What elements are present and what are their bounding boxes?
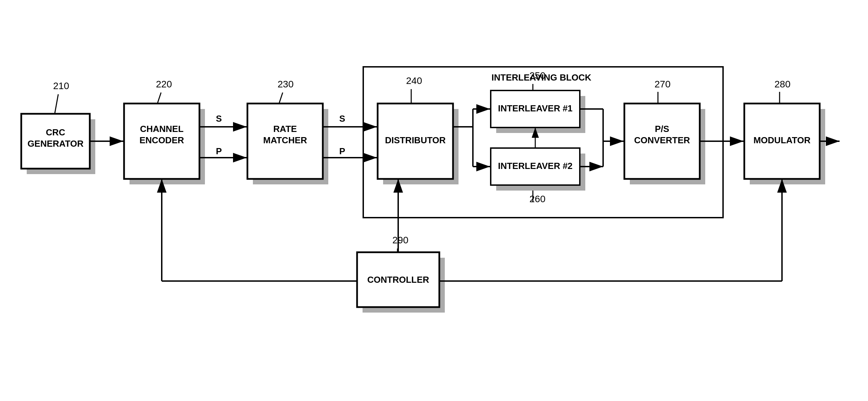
controller-label: CONTROLLER — [367, 275, 429, 285]
ref-280: 280 — [774, 79, 791, 89]
ref-210: 210 — [53, 81, 69, 91]
interleaving-block-label: INTERLEAVING BLOCK — [491, 72, 591, 83]
signal-s1: S — [216, 113, 222, 124]
signal-p1: P — [216, 146, 222, 156]
svg-line-4 — [279, 93, 283, 103]
signal-p2: P — [339, 146, 345, 156]
channel-encoder-label1: CHANNEL — [140, 124, 183, 134]
svg-line-2 — [55, 94, 58, 113]
ps-converter-label1: P/S — [655, 124, 669, 134]
crc-generator-label2: GENERATOR — [27, 138, 84, 149]
ref-270: 270 — [655, 79, 671, 89]
ps-converter-label2: CONVERTER — [634, 135, 690, 145]
rate-matcher-label1: RATE — [273, 124, 297, 134]
channel-encoder-label2: ENCODER — [139, 135, 184, 145]
crc-generator-label1: CRC — [46, 127, 65, 137]
ref-260: 260 — [529, 194, 546, 204]
modulator-label: MODULATOR — [754, 135, 811, 145]
svg-line-3 — [158, 93, 161, 103]
rate-matcher-label2: MATCHER — [263, 135, 307, 145]
interleaver2-label: INTERLEAVER #2 — [498, 161, 573, 171]
ref-230: 230 — [278, 79, 294, 89]
ref-240: 240 — [406, 75, 422, 86]
signal-s2: S — [339, 113, 345, 124]
distributor-label: DISTRIBUTOR — [385, 135, 445, 145]
diagram-container: 210 220 230 240 250 260 270 280 290 INTE… — [0, 0, 868, 401]
ref-290: 290 — [392, 235, 408, 245]
ref-220: 220 — [156, 79, 172, 89]
interleaver1-label: INTERLEAVER #1 — [498, 103, 573, 113]
